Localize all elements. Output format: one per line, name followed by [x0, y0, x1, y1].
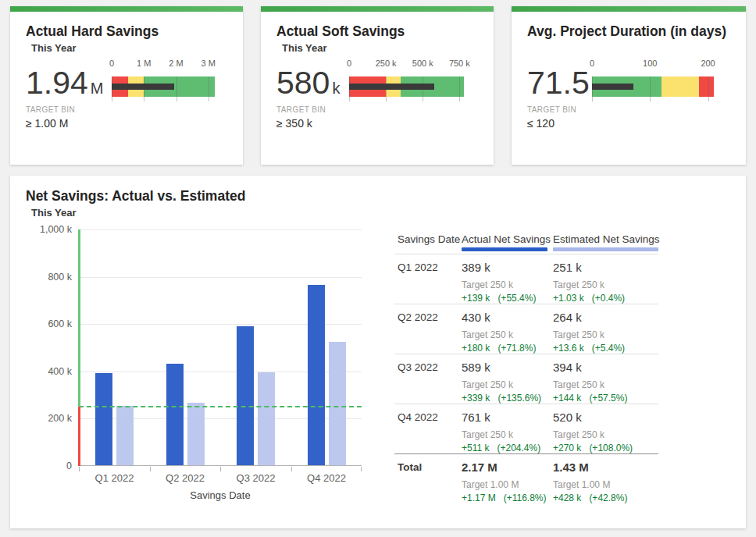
estimated-bar[interactable]: [329, 342, 346, 465]
bullet-axis-tick-label: 0: [590, 59, 594, 68]
estimated-cell: 251 k Target 250 k +1.03 k(+0.4%): [553, 254, 625, 304]
cell-delta: +1.03 k(+0.4%): [553, 293, 625, 304]
cell-delta: +13.6 k(+5.4%): [553, 343, 625, 354]
table-row-total: Total 2.17 M Target 1.00 M +1.17 M(+116.…: [394, 453, 658, 503]
cell-value: 1.43 M: [553, 461, 627, 474]
estimated-cell: 394 k Target 250 k +144 k(+57.5%): [553, 354, 627, 404]
kpi-card-actual-soft-savings[interactable]: Actual Soft Savings This Year 580k 0250 …: [261, 6, 494, 165]
cell-delta: +270 k(+108.0%): [553, 443, 633, 453]
bullet-range-red: [699, 76, 714, 97]
cell-target: Target 250 k: [462, 429, 540, 440]
kpi-unit: M: [91, 80, 104, 97]
actual-bar[interactable]: [95, 373, 112, 465]
table-row: Q2 2022 430 k Target 250 k +180 k(+71.8%…: [394, 304, 658, 354]
x-axis-tick: [79, 467, 80, 471]
bullet-axis-tick-label: 250 k: [376, 59, 397, 68]
x-axis-category-label: Q1 2022: [79, 472, 150, 484]
kpi-card-avg-project-duration[interactable]: Avg. Project Duration (in days) 71.5 010…: [512, 6, 746, 165]
y-axis-tick-label: 0: [66, 461, 72, 471]
actual-bar[interactable]: [166, 364, 184, 465]
actual-cell: 389 k Target 250 k +139 k(+55.4%): [462, 254, 536, 304]
target-bin-value: ≥ 1.00 M: [26, 117, 227, 130]
bullet-bar: [112, 76, 215, 97]
x-axis-title: Savings Date: [79, 489, 362, 501]
cell-target: Target 250 k: [553, 279, 625, 290]
x-axis-tick: [361, 467, 362, 471]
bullet-measure-bar: [592, 84, 633, 90]
bullet-chart[interactable]: 0100200: [592, 59, 714, 100]
cell-target: Target 1.00 M: [462, 479, 547, 490]
kpi-card-actual-hard-savings[interactable]: Actual Hard Savings This Year 1.94M 01 M…: [10, 6, 243, 165]
bullet-axis-tick: [177, 76, 177, 101]
bullet-axis-tick-label: 750 k: [449, 59, 470, 68]
target-bin-value: ≤ 120: [527, 117, 730, 130]
estimated-bar[interactable]: [187, 403, 205, 465]
target-bin-label: TARGET BIN: [276, 105, 478, 114]
y-axis-above-target: [78, 229, 80, 407]
cell-target: Target 250 k: [553, 379, 627, 390]
card-accent-strip: [10, 6, 243, 12]
y-axis-tick-label: 800 k: [48, 272, 72, 283]
x-axis-tick: [220, 467, 221, 471]
cell-delta: +180 k(+71.8%): [462, 343, 536, 354]
bullet-bar: [349, 76, 464, 97]
bullet-axis-tick-label: 1 M: [137, 59, 151, 68]
target-bin-label: TARGET BIN: [26, 105, 227, 114]
cell-value: 264 k: [553, 311, 625, 324]
cell-delta: +139 k(+55.4%): [462, 293, 536, 304]
cell-delta: +428 k(+42.8%): [553, 493, 627, 503]
cell-target: Target 1.00 M: [553, 479, 627, 490]
card-accent-strip: [512, 6, 746, 12]
cell-value: 589 k: [462, 361, 541, 374]
y-axis-tick-label: 600 k: [48, 318, 72, 329]
card-title: Actual Hard Savings: [26, 23, 227, 40]
bar-chart-plot: 0200 k400 k600 k800 k1,000 kQ1 2022Q2 20…: [79, 229, 362, 466]
row-date: Total: [398, 461, 422, 473]
cell-value: 520 k: [553, 411, 633, 424]
bullet-axis: 01 M2 M3 M: [112, 59, 215, 69]
x-axis-tick: [150, 467, 151, 471]
target-bin-label: TARGET BIN: [527, 105, 730, 114]
cell-delta: +339 k(+135.6%): [462, 393, 541, 404]
net-savings-table: Savings Date Actual Net Savings Estimate…: [394, 225, 664, 503]
y-axis-below-target: [78, 407, 80, 466]
bullet-axis-tick-label: 2 M: [169, 59, 183, 68]
row-date: Q3 2022: [398, 361, 438, 373]
bullet-chart[interactable]: 0250 k500 k750 k: [349, 59, 464, 100]
card-subtitle: This Year: [282, 42, 478, 55]
bullet-axis-tick-label: 200: [701, 59, 715, 68]
actual-legend-underline: [462, 247, 547, 251]
actual-cell: 761 k Target 250 k +511 k(+204.4%): [462, 404, 540, 453]
x-axis-category-label: Q3 2022: [220, 472, 291, 484]
cell-target: Target 250 k: [553, 329, 625, 340]
bullet-axis-tick: [650, 76, 651, 101]
bullet-axis: 0250 k500 k750 k: [349, 59, 464, 69]
y-axis-tick-label: 400 k: [48, 366, 72, 377]
estimated-bar[interactable]: [258, 372, 275, 465]
cell-delta: +511 k(+204.4%): [462, 443, 540, 453]
bullet-axis-tick-label: 0: [347, 59, 351, 68]
bullet-axis: 0100200: [592, 59, 714, 69]
bullet-measure-bar: [112, 84, 174, 90]
card-subtitle: [533, 42, 730, 55]
target-line: [79, 406, 362, 407]
estimated-bar[interactable]: [116, 406, 134, 465]
actual-cell: 2.17 M Target 1.00 M +1.17 M(+116.8%): [462, 454, 547, 503]
bullet-bar: [592, 76, 714, 97]
target-bin-value: ≥ 350 k: [276, 117, 478, 130]
bullet-axis-tick-label: 500 k: [412, 59, 433, 68]
bullet-axis-tick: [708, 76, 709, 101]
cell-value: 761 k: [462, 411, 540, 424]
x-axis-category-label: Q2 2022: [150, 472, 221, 484]
actual-bar[interactable]: [308, 285, 325, 465]
bullet-axis-tick: [459, 76, 460, 101]
cell-value: 430 k: [462, 311, 536, 324]
panel-title: Net Savings: Actual vs. Estimated: [26, 188, 746, 204]
actual-bar[interactable]: [237, 326, 254, 465]
gridline: [79, 229, 362, 230]
y-axis-tick-label: 200 k: [48, 413, 72, 424]
column-header-actual: Actual Net Savings: [462, 233, 551, 245]
bullet-chart[interactable]: 01 M2 M3 M: [112, 59, 215, 100]
kpi-value: 1.94M: [26, 66, 103, 100]
estimated-legend-underline: [553, 247, 658, 251]
